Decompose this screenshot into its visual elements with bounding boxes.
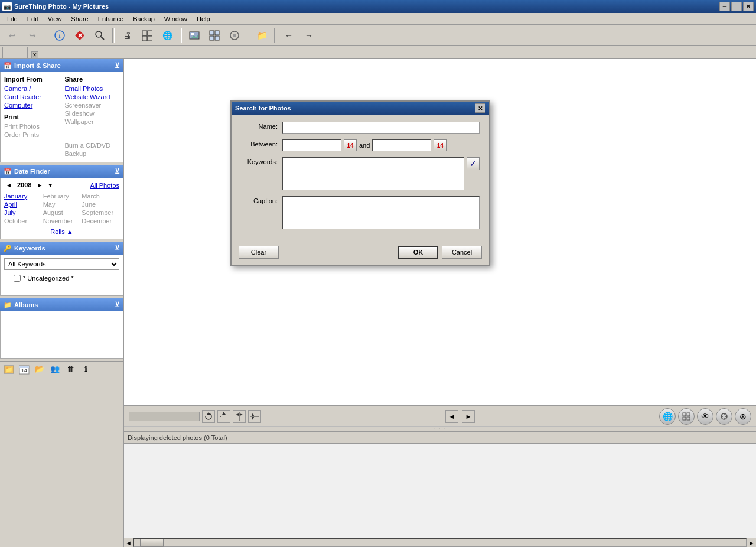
- month-may[interactable]: May: [43, 201, 81, 208]
- h-scroll-right[interactable]: ►: [747, 538, 756, 547]
- new-album-button[interactable]: 📁: [2, 363, 15, 376]
- tab-close-button[interactable]: ✕: [31, 51, 38, 58]
- import-share-header[interactable]: 📅 Import & Share ⊻: [0, 59, 123, 72]
- month-november[interactable]: November: [43, 217, 81, 224]
- thumbnail-button[interactable]: [206, 27, 223, 44]
- menu-share[interactable]: Share: [66, 14, 93, 24]
- month-march[interactable]: March: [82, 193, 119, 200]
- menu-view[interactable]: View: [43, 14, 67, 24]
- camera-link[interactable]: Camera /: [4, 85, 59, 92]
- name-input[interactable]: [282, 122, 480, 134]
- date-finder-header[interactable]: 📅 Date Finder ⊻: [0, 165, 123, 178]
- photo-view-button[interactable]: [185, 27, 203, 44]
- eye-button[interactable]: 👁: [697, 408, 713, 425]
- back-button[interactable]: ↩: [4, 27, 21, 44]
- folder-open-button[interactable]: 📂: [33, 363, 46, 376]
- grid-button[interactable]: [678, 408, 695, 425]
- keywords-input[interactable]: [282, 157, 464, 190]
- keywords-collapse-icon[interactable]: ⊻: [115, 244, 120, 252]
- cancel-button[interactable]: Cancel: [442, 246, 482, 259]
- tab-0[interactable]: [2, 47, 28, 58]
- cal-start-button[interactable]: 14: [344, 139, 357, 151]
- email-photos-link[interactable]: Email Photos: [65, 85, 120, 92]
- screensaver-link[interactable]: Screensaver: [65, 102, 120, 109]
- keywords-check-button[interactable]: ✓: [467, 157, 480, 170]
- year-next-button[interactable]: ►: [35, 181, 44, 189]
- kw-checkbox-uncategorized[interactable]: [14, 275, 21, 282]
- menu-backup[interactable]: Backup: [128, 14, 159, 24]
- order-prints-link[interactable]: Order Prints: [4, 131, 59, 138]
- slideshow-link[interactable]: Slideshow: [65, 110, 120, 117]
- caption-input[interactable]: [282, 196, 480, 229]
- dialog-close-button[interactable]: ✕: [475, 103, 485, 113]
- burn-cd-link[interactable]: Burn a CD/DVD: [65, 142, 120, 149]
- info-bottom-button[interactable]: ℹ: [79, 363, 92, 376]
- menu-file[interactable]: File: [2, 14, 22, 24]
- close-button[interactable]: ✕: [743, 2, 754, 11]
- print-button[interactable]: 🖨: [118, 27, 136, 44]
- between-start-input[interactable]: [282, 139, 341, 151]
- month-july[interactable]: July: [4, 209, 42, 216]
- users-button[interactable]: 👥: [48, 363, 61, 376]
- h-scroll-track[interactable]: [133, 538, 747, 547]
- month-december[interactable]: December: [82, 217, 119, 224]
- photo-prev-button[interactable]: ◄: [445, 410, 458, 423]
- scroll-handle[interactable]: • • •: [124, 426, 756, 431]
- albums-collapse-icon[interactable]: ⊻: [115, 301, 120, 309]
- menu-enhance[interactable]: Enhance: [93, 14, 128, 24]
- zoom-button[interactable]: [91, 27, 109, 44]
- year-prev-button[interactable]: ◄: [4, 181, 14, 189]
- h-scroll-thumb[interactable]: [140, 539, 164, 547]
- folder-button[interactable]: 📁: [253, 27, 271, 44]
- burst-button[interactable]: [138, 27, 156, 44]
- website-wizard-link[interactable]: Website Wizard: [65, 93, 120, 100]
- all-photos-link[interactable]: All Photos: [90, 182, 119, 189]
- flip-button[interactable]: [233, 410, 246, 423]
- delete-button[interactable]: ✕: [71, 27, 89, 44]
- nav-forward-button[interactable]: →: [300, 27, 318, 44]
- settings-button[interactable]: ⊛: [735, 408, 751, 425]
- backup-link[interactable]: Backup: [65, 150, 120, 157]
- menu-edit[interactable]: Edit: [22, 14, 43, 24]
- menu-help[interactable]: Help: [192, 14, 215, 24]
- minimize-button[interactable]: ─: [719, 2, 730, 11]
- rolls-row[interactable]: Rolls ▲: [4, 228, 119, 235]
- between-end-input[interactable]: [372, 139, 431, 151]
- calendar-button[interactable]: 14: [18, 363, 31, 376]
- date-finder-collapse-icon[interactable]: ⊻: [115, 167, 120, 175]
- month-september[interactable]: September: [82, 209, 119, 216]
- print-photos-link[interactable]: Print Photos: [4, 123, 59, 130]
- forward-button[interactable]: ↪: [24, 27, 41, 44]
- keywords-dropdown[interactable]: All Keywords: [4, 258, 119, 270]
- info-button[interactable]: i: [51, 27, 69, 44]
- slideshow-button[interactable]: [226, 27, 243, 44]
- albums-header[interactable]: 📁 Albums ⊻: [0, 298, 123, 311]
- month-february[interactable]: February: [43, 193, 81, 200]
- month-june[interactable]: June: [82, 201, 119, 208]
- computer-link[interactable]: Computer: [4, 102, 59, 109]
- import-share-collapse-icon[interactable]: ⊻: [115, 61, 120, 70]
- month-april[interactable]: April: [4, 201, 42, 208]
- trash-button[interactable]: 🗑: [64, 363, 77, 376]
- mirror-button[interactable]: [248, 410, 261, 423]
- clear-button[interactable]: Clear: [239, 246, 279, 259]
- enhance-button[interactable]: [716, 408, 732, 425]
- h-scroll-left[interactable]: ◄: [124, 538, 133, 547]
- rotate-left-button[interactable]: [217, 410, 230, 423]
- menu-window[interactable]: Window: [159, 14, 192, 24]
- wallpaper-link[interactable]: Wallpaper: [65, 118, 120, 125]
- month-august[interactable]: August: [43, 209, 81, 216]
- ok-button[interactable]: OK: [398, 246, 438, 259]
- year-dropdown-button[interactable]: ▼: [45, 181, 55, 189]
- keywords-header[interactable]: 🔑 Keywords ⊻: [0, 242, 123, 255]
- rotate-cw-button[interactable]: [202, 410, 215, 423]
- globe-button[interactable]: 🌐: [158, 27, 176, 44]
- cal-end-button[interactable]: 14: [434, 139, 447, 151]
- world-button[interactable]: 🌐: [659, 408, 676, 425]
- month-january[interactable]: January: [4, 193, 42, 200]
- maximize-button[interactable]: □: [731, 2, 742, 11]
- photo-next-button[interactable]: ►: [462, 410, 475, 423]
- month-october[interactable]: October: [4, 217, 42, 224]
- card-reader-link[interactable]: Card Reader: [4, 93, 59, 100]
- nav-back-button[interactable]: ←: [280, 27, 298, 44]
